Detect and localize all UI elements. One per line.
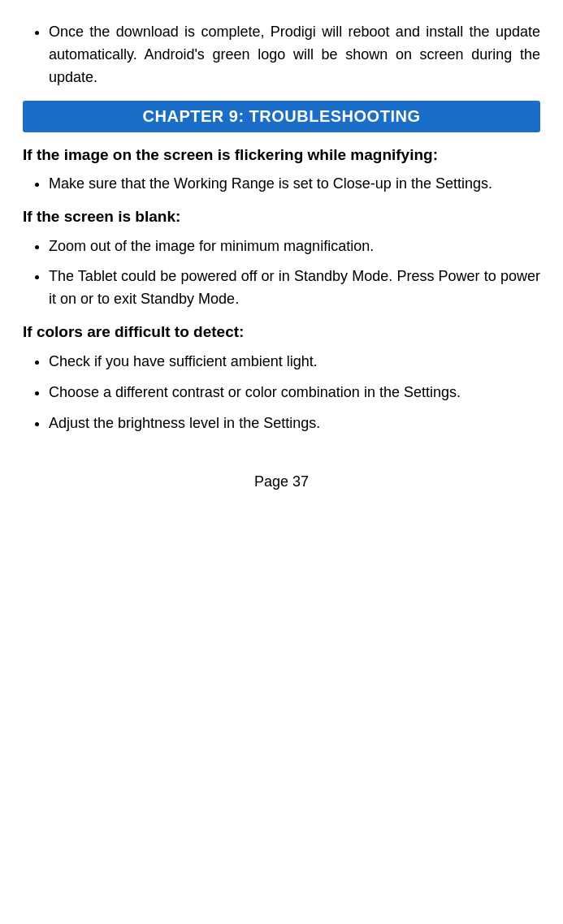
intro-bullet-item: Once the download is complete, Prodigi w… xyxy=(49,21,540,89)
content-wrapper: Once the download is complete, Prodigi w… xyxy=(23,21,540,490)
section1-heading: If the image on the screen is flickering… xyxy=(23,144,540,167)
section2-bullets: Zoom out of the image for minimum magnif… xyxy=(23,235,540,312)
section1-bullets: Make sure that the Working Range is set … xyxy=(23,173,540,196)
section3-bullet-3: Adjust the brightness level in the Setti… xyxy=(49,412,540,435)
section3-heading: If colors are difficult to detect: xyxy=(23,321,540,344)
chapter-header: CHAPTER 9: TROUBLESHOOTING xyxy=(23,101,540,132)
section3-bullets: Check if you have sufficient ambient lig… xyxy=(23,351,540,435)
section2-bullet-1: Zoom out of the image for minimum magnif… xyxy=(49,235,540,258)
page-footer: Page 37 xyxy=(23,473,540,490)
section1-bullet-1: Make sure that the Working Range is set … xyxy=(49,173,540,196)
page-number: Page 37 xyxy=(254,473,309,490)
intro-bullet-list: Once the download is complete, Prodigi w… xyxy=(23,21,540,89)
section3-bullet-1: Check if you have sufficient ambient lig… xyxy=(49,351,540,373)
section2-heading: If the screen is blank: xyxy=(23,205,540,229)
section2-bullet-2: The Tablet could be powered off or in St… xyxy=(49,266,540,311)
section3-bullet-2: Choose a different contrast or color com… xyxy=(49,382,540,404)
